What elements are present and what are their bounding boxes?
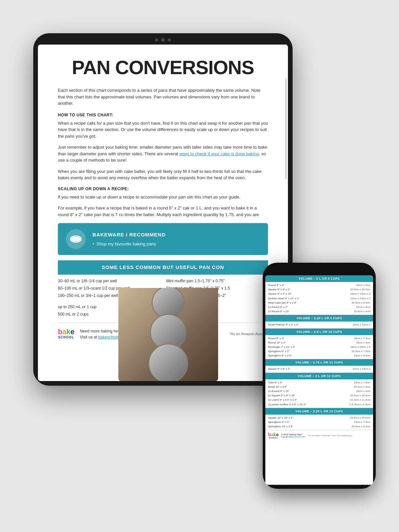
pan-photo-3 — [148, 343, 188, 381]
vol-table-2: Small Pullman 9" x 4" x 4"23cm x 10cm x — [265, 322, 373, 328]
intro-text: Each section of this chart corresponds t… — [58, 87, 268, 107]
vol-row: Square 10" x 10" x 2"25.5cm x 25.5cm — [268, 416, 370, 420]
vol-row: Square 9" x 9" x 15"23cm x 23cm x 4 — [268, 292, 370, 296]
phone-screen: VOLUME – 2 L or 8 CUPS Round 9" x 2"23cm… — [265, 275, 373, 485]
tablet-dot-2 — [161, 38, 165, 42]
svg-rect-2 — [70, 237, 81, 240]
phone-device: VOLUME – 2 L or 8 CUPS Round 9" x 2"23cm… — [263, 263, 376, 489]
tablet-dot-1 — [155, 38, 158, 42]
vol-row: Bundt 10" x 3.5"25.5cm x 9cm — [268, 385, 370, 389]
vol-table-4: Square 9" x 9" x 2"23cm x 23cm x — [265, 366, 373, 372]
how-to-heading: HOW TO USE THIS CHART: — [58, 112, 268, 118]
vol-row: Round 9" x 2"23cm x 5cm — [268, 283, 370, 287]
less-common-header: SOME LESS COMMON BUT USEFUL PAN CON — [58, 260, 268, 275]
bake-school-logo: bake SCHOOL — [58, 328, 74, 340]
done-baking-link[interactable]: ways to check if your cake is done bakin… — [179, 151, 259, 156]
phone-logo: bake SCHOOL — [268, 432, 279, 439]
volume-section-5: VOLUME – 3 L or 12 CUPS Tube 8" x 3"23cm… — [265, 373, 373, 408]
vol-row: Heart cake pan 8" x 2.5"20.5cm x 6.5cm — [268, 301, 370, 305]
volume-section-6: VOLUME – 3.25 L or 13 CUPS Square 10" x … — [265, 408, 373, 430]
volume-section-3: VOLUME – 2.5 L or 10 CUPS Round 8" x 3"2… — [265, 329, 373, 359]
phone-footer-text: d more baking help? t us at bakeschool.c… — [281, 433, 305, 438]
tablet-device: PAN CONVERSIONS Each section of this cha… — [33, 33, 293, 386]
vol-row: 12 jumbo muffins 3–3.5" x 15–2"7.5–8cm x… — [268, 403, 370, 406]
vol-row: Round 10" x 2"25cm x 5cm — [268, 341, 370, 344]
vol-header-6: VOLUME – 3.25 L or 13 CUPS — [265, 408, 373, 415]
how-to-p1: When a recipe calls for a pan size that … — [58, 120, 268, 140]
how-to-p2: Just remember to adjust your baking time… — [58, 144, 268, 164]
vol-header-3: VOLUME – 2.5 L or 10 CUPS — [265, 329, 373, 335]
muffin-right-1: Mini muffin pan 1.5–1.75" x 0.75" — [166, 278, 268, 284]
vol-row: 2x Round 6" x 2"15cm x 5cm — [268, 305, 370, 309]
vol-row: Square 8" x 8" x 2"20.5cm x 20.5cm — [268, 288, 370, 291]
vol-row: Square 9" x 9" x 2"23cm x 23cm x — [268, 367, 370, 371]
vol-row: 2x Loaf 8.5" x 4.5" x 2.5"21.5cm x 11.5c… — [268, 398, 370, 402]
vol-row: Tube 8" x 3"23cm x 7.5cm — [268, 381, 370, 384]
scaling-p2: For example, if you have a recipe that i… — [58, 205, 268, 218]
vol-row: Small Pullman 9" x 4" x 4"23cm x 10cm x — [268, 323, 370, 327]
vol-row: Quarter sheet 9" x 13" x 1"23cm x 23cm x… — [268, 297, 370, 300]
phone-bakeschool-link[interactable]: bakeschool.com — [288, 436, 305, 438]
pan-icon — [66, 229, 86, 249]
tablet-scrollbar[interactable] — [285, 78, 287, 179]
vol-header-4: VOLUME – 2.75 L or 11 CUPS — [265, 359, 373, 366]
phone-content: VOLUME – 2 L or 8 CUPS Round 9" x 2"23cm… — [265, 275, 373, 441]
vol-row: Round 8" x 3"20cm x 7.5cm — [268, 336, 370, 340]
vol-row: Springform 9" x 3"23cm x 7.5cm — [268, 420, 370, 424]
how-to-p3: When you are filling your pan with cake … — [58, 168, 268, 181]
vol-table-3: Round 8" x 3"20cm x 7.5cm Round 10" x 2"… — [265, 335, 373, 359]
scaling-p1: If you need to scale up or down a recipe… — [58, 194, 268, 200]
phone-amazon: *As an Amazon Associate I earn from qual… — [308, 435, 370, 437]
pan-svg — [69, 232, 82, 246]
bakeware-recommend-box: BAKEWARE I RECOMMEND Shop my favourite b… — [58, 223, 268, 255]
scaling-heading: SCALING UP OR DOWN A RECIPE: — [58, 186, 268, 192]
vol-table-1: Round 9" x 2"23cm x 5cm Square 8" x 8" x… — [265, 282, 373, 315]
tablet-screen: PAN CONVERSIONS Each section of this cha… — [38, 45, 288, 381]
vol-header-5: VOLUME – 3 L or 12 CUPS — [265, 373, 373, 379]
vol-row: 2x Round 9" x 15"23cm x 4cm — [268, 389, 370, 393]
volume-section-4: VOLUME – 2.75 L or 11 CUPS Square 9" x 9… — [265, 359, 373, 372]
phone-footer: bake SCHOOL d more baking help? t us at … — [265, 430, 373, 441]
page-title: PAN CONVERSIONS — [58, 58, 268, 77]
volume-section-1: VOLUME – 2 L or 8 CUPS Round 9" x 2"23cm… — [265, 275, 373, 315]
amazon-disclaimer: *As an Amazon Associa — [229, 331, 268, 337]
vol-header-1: VOLUME – 2 L or 8 CUPS — [265, 275, 373, 282]
phone-notch — [299, 267, 339, 273]
vol-row: Rectangle 7" x 11" x 2"18cm x 28cm x 5 — [268, 345, 370, 349]
vol-row: 2x Square 8" x 8" x 15"20.5cm x 20.5cm — [268, 394, 370, 397]
vol-row: Springform 8" x 2.5"23cm x 6.5cm — [268, 354, 370, 357]
vol-table-6: Square 10" x 10" x 2"25.5cm x 25.5cm Spr… — [265, 415, 373, 430]
volume-section-2: VOLUME – 2.25 L or 9 CUPS Small Pullman … — [265, 315, 373, 328]
vol-row: Springform 8" x 3"20.5cm x 7.5cm — [268, 349, 370, 353]
bakeware-title: BAKEWARE I RECOMMEND — [92, 231, 166, 239]
vol-row: Springform 10" x 2.5"25.5cm x 6.5cm — [268, 425, 370, 428]
vol-row: 2x Round 8" x 15"20.5cm x 4cm — [268, 310, 370, 313]
vol-header-2: VOLUME – 2.25 L or 9 CUPS — [265, 315, 373, 322]
photo-overlay — [118, 288, 218, 381]
muffin-left-1: 30–60 mL or 1/8–1/4 cup per well — [58, 278, 160, 284]
vol-table-5: Tube 8" x 3"23cm x 7.5cm Bundt 10" x 3.5… — [265, 379, 373, 408]
tablet-camera-bar — [155, 38, 171, 42]
tablet-dot-3 — [168, 38, 171, 42]
baking-pans-link[interactable]: Shop my favourite baking pans — [92, 241, 166, 247]
